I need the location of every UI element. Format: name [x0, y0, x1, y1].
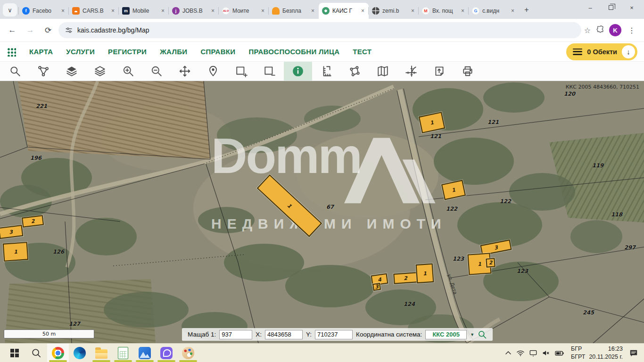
taskbar-viber-button[interactable]: [156, 344, 177, 362]
info-icon: [292, 65, 304, 77]
select-remove-tool-button[interactable]: [256, 62, 284, 81]
nav-item-pravosposobni-litsa[interactable]: ПРАВОСПОСОБНИ ЛИЦА: [248, 48, 339, 56]
tab-cars[interactable]: CARS.B ×: [69, 3, 119, 19]
jobs-favicon: j: [172, 7, 180, 15]
new-tab-button[interactable]: +: [520, 4, 533, 16]
chevron-down-icon: ∨: [8, 7, 12, 14]
bookmark-star-icon[interactable]: ☆: [584, 26, 591, 35]
tab-close-icon[interactable]: ×: [410, 8, 415, 14]
taskbar-clock[interactable]: БГР 16:23 БГРТ 20.11.2025 г.: [569, 345, 625, 361]
tab-close-icon[interactable]: ×: [260, 8, 265, 14]
layers-filled-tool-button[interactable]: [58, 62, 86, 81]
nav-item-uslugi[interactable]: УСЛУГИ: [66, 48, 95, 56]
wifi-icon[interactable]: [516, 349, 525, 357]
y-coordinate-input[interactable]: [315, 330, 353, 339]
objects-expand-button[interactable]: ↓: [622, 45, 635, 58]
overview-map-tool-button[interactable]: [369, 62, 397, 81]
building-polygon: 2: [393, 272, 417, 284]
tab-kais-active[interactable]: КАИС Г ×: [319, 3, 369, 19]
battery-charging-icon[interactable]: [554, 349, 565, 357]
mobile-favicon: m: [122, 7, 130, 15]
info-tool-button[interactable]: [284, 62, 312, 81]
tab-bazar[interactable]: Безпла ×: [269, 3, 319, 19]
nav-item-registri[interactable]: РЕГИСТРИ: [108, 48, 147, 56]
window-maximize-button[interactable]: [601, 0, 621, 15]
print-tool-button[interactable]: [454, 62, 482, 81]
x-coordinate-input[interactable]: [265, 330, 303, 339]
site-navigation: КАРТА УСЛУГИ РЕГИСТРИ ЖАЛБИ СПРАВКИ ПРАВ…: [0, 41, 644, 61]
building-polygon: 2: [486, 258, 495, 267]
locate-tool-button[interactable]: [199, 62, 227, 81]
file-explorer-icon: [95, 349, 107, 359]
forward-button[interactable]: →: [23, 23, 38, 38]
reload-button[interactable]: ⟳: [41, 23, 56, 38]
tab-gmail[interactable]: M Вх. пощ ×: [419, 3, 469, 19]
tab-close-icon[interactable]: ×: [310, 8, 315, 14]
map-viewport[interactable]: Domm НЕДВИЖИМИ ИМОТИ ККС 2005 4843660, 7…: [0, 81, 644, 343]
window-close-button[interactable]: ×: [621, 0, 642, 15]
tray-expand-icon[interactable]: [504, 349, 512, 357]
tab-close-icon[interactable]: ×: [60, 8, 66, 14]
url-omnibox[interactable]: kais.cadastre.bg/bg/Map: [58, 22, 581, 38]
measure-area-tool-button[interactable]: [340, 62, 369, 81]
extensions-icon[interactable]: [595, 25, 604, 36]
tab-close-icon[interactable]: ×: [110, 8, 116, 14]
crs-dropdown-icon[interactable]: ▼: [470, 332, 474, 337]
volume-muted-icon[interactable]: [542, 349, 550, 357]
select-add-tool-button[interactable]: [227, 62, 256, 81]
crs-select[interactable]: ККС 2005: [425, 330, 467, 339]
nav-item-karta[interactable]: КАРТА: [29, 48, 53, 56]
tab-google-search[interactable]: G с.видн ×: [469, 3, 519, 19]
back-button[interactable]: ←: [5, 23, 20, 38]
taskbar-chrome-button[interactable]: [47, 344, 69, 362]
cars-favicon: [72, 7, 80, 15]
zoom-out-tool-button[interactable]: [142, 62, 171, 81]
taskbar-paint-button[interactable]: [177, 344, 199, 362]
layers-tool-button[interactable]: [86, 62, 114, 81]
browser-menu-icon[interactable]: ⋮: [626, 26, 637, 35]
parcel-label: 196: [30, 155, 41, 161]
window-minimize-button[interactable]: –: [580, 0, 601, 15]
parcel-label: 122: [500, 198, 511, 205]
tab-close-icon[interactable]: ×: [510, 8, 515, 14]
notifications-icon[interactable]: [629, 349, 638, 357]
nav-item-spravki[interactable]: СПРАВКИ: [200, 48, 235, 56]
zoom-in-icon: [122, 65, 134, 77]
taskbar-explorer-button[interactable]: [91, 344, 112, 362]
start-button[interactable]: [4, 344, 25, 362]
site-settings-icon[interactable]: [65, 26, 73, 34]
tab-mobile[interactable]: m Mobile ×: [119, 3, 169, 19]
nav-item-test[interactable]: ТЕСТ: [353, 48, 372, 56]
apps-grid-icon[interactable]: [7, 47, 16, 57]
map-corner-coordinates: ККС 2005 4843660, 710251: [566, 84, 639, 90]
tab-close-icon[interactable]: ×: [360, 8, 365, 14]
search-tool-button[interactable]: [1, 62, 29, 81]
cast-display-icon[interactable]: [529, 349, 537, 357]
scale-input[interactable]: [219, 330, 252, 339]
tab-close-icon[interactable]: ×: [460, 8, 465, 14]
objects-button[interactable]: 0 Обекти ↓: [566, 43, 637, 60]
taskbar-search-button[interactable]: [25, 344, 47, 362]
export-tool-button[interactable]: [425, 62, 454, 81]
tab-alo[interactable]: ALO Моите ×: [219, 3, 269, 19]
tab-close-icon[interactable]: ×: [160, 8, 165, 14]
zoom-in-tool-button[interactable]: [114, 62, 142, 81]
measure-length-tool-button[interactable]: [312, 62, 340, 81]
measure-ruler-icon: [320, 65, 332, 77]
parcel-label: 120: [564, 90, 575, 97]
tab-close-icon[interactable]: ×: [210, 8, 215, 14]
tab-zemi[interactable]: zemi.b ×: [369, 3, 419, 19]
route-tool-button[interactable]: [29, 62, 58, 81]
tab-jobs[interactable]: j JOBS.B ×: [169, 3, 219, 19]
profile-avatar[interactable]: K: [609, 24, 621, 36]
tab-facebook[interactable]: f Facebo ×: [19, 3, 69, 19]
pan-tool-button[interactable]: [171, 62, 199, 81]
tab-search-button[interactable]: ∨: [3, 3, 17, 16]
taskbar-edge-button[interactable]: [69, 344, 91, 362]
taskbar-calc-button[interactable]: [112, 344, 134, 362]
nav-item-zhalbi[interactable]: ЖАЛБИ: [160, 48, 187, 56]
parcel-label: 119: [592, 162, 603, 169]
coordinates-search-button[interactable]: [478, 330, 487, 339]
coordinate-grid-tool-button[interactable]: [397, 62, 425, 81]
taskbar-photos-button[interactable]: [134, 344, 156, 362]
